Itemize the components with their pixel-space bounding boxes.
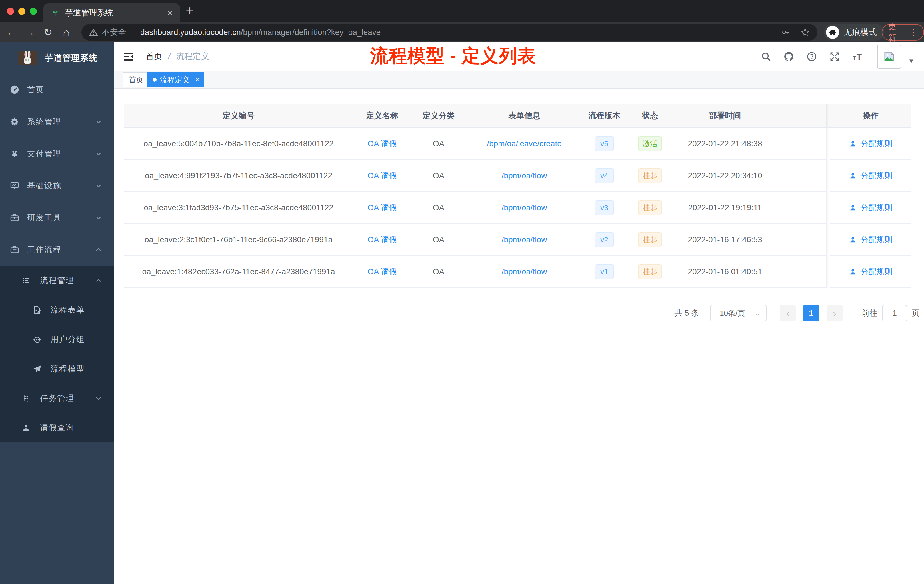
search-icon[interactable] [761,51,771,62]
sidebar-item-process-model[interactable]: 流程模型 [0,354,114,383]
user-icon [849,236,857,244]
tag-home[interactable]: 首页 [123,72,149,87]
goto-page-input[interactable] [882,305,907,322]
sidebar-toggle-icon[interactable] [123,51,134,62]
chevron-up-icon [94,246,103,254]
url-path: /bpm/manager/definition?key=oa_leave [241,28,381,37]
col-header-action: 操作 [830,104,911,128]
tab-close-icon[interactable]: × [167,8,173,17]
form-link[interactable]: /bpm/oa/leave/create [487,139,562,148]
assign-rule-button[interactable]: 分配规则 [849,170,892,181]
font-size-icon[interactable]: T T [852,51,863,62]
browser-tabbar: 芋道管理系统 × + [0,0,924,22]
avatar-caret-icon[interactable]: ▼ [908,58,914,65]
sidebar-item-task-management[interactable]: 任务管理 [0,383,114,413]
prev-page-button[interactable]: ‹ [780,305,796,322]
address-bar[interactable]: 不安全 dashboard.yudao.iocoder.cn/bpm/manag… [81,24,817,41]
assign-rule-label: 分配规则 [860,234,892,245]
page-size-select[interactable]: 10条/页 ⌄ [710,305,767,322]
traffic-close-button[interactable] [7,8,14,15]
active-dot [153,78,157,82]
briefcase-icon [10,245,20,254]
definition-category: OA [411,160,466,192]
bookmark-star-icon[interactable] [800,27,810,37]
sidebar-logo[interactable]: 芋道管理系统 [0,42,114,74]
definition-name-link[interactable]: OA 请假 [368,234,397,245]
definition-name-link[interactable]: OA 请假 [368,202,397,213]
sidebar-item-process-form[interactable]: 流程表单 [0,295,114,325]
traffic-minimize-button[interactable] [18,8,25,15]
user-avatar[interactable] [877,45,901,69]
user-icon [849,268,857,276]
definition-category: OA [411,192,466,224]
next-page-button[interactable]: › [827,305,843,322]
sidebar-item-label: 支付管理 [27,148,61,159]
gear-icon [10,117,20,127]
browser-update-button[interactable]: 更新 ⋮ [882,24,924,41]
form-link[interactable]: /bpm/oa/flow [502,235,547,244]
sidebar-item-label: 系统管理 [27,116,61,127]
deploy-time: 2022-01-22 20:34:10 [674,160,776,192]
deploy-time: 2022-01-22 19:19:11 [674,192,776,224]
help-icon[interactable] [806,51,817,62]
definition-name-link[interactable]: OA 请假 [368,170,397,181]
assign-rule-button[interactable]: 分配规则 [849,138,892,149]
forward-button[interactable]: → [22,22,38,42]
sidebar-item-devtools[interactable]: 研发工具 [0,202,114,234]
table-header-row: 定义编号 定义名称 定义分类 表单信息 流程版本 状态 部署时间 操作 [124,104,911,128]
browser-menu-icon[interactable]: ⋮ [909,28,918,36]
sidebar-item-home[interactable]: 首页 [0,74,114,106]
sidebar-item-workflow[interactable]: 工作流程 [0,234,114,266]
url-host: dashboard.yudao.iocoder.cn [140,28,241,37]
tab-title: 芋道管理系统 [65,7,167,18]
form-link[interactable]: /bpm/oa/flow [502,267,547,276]
sidebar-item-infrastructure[interactable]: 基础设施 [0,170,114,202]
sidebar-item-process-management[interactable]: 流程管理 [0,266,114,295]
yen-icon: ¥ [10,148,20,159]
incognito-icon [828,28,837,37]
security-label: 不安全 [102,27,126,38]
monitor-icon [10,181,20,191]
navbar-actions: T T ▼ [761,42,914,71]
sidebar-item-system[interactable]: 系统管理 [0,106,114,138]
key-icon[interactable] [781,27,790,37]
table-row: oa_leave:5:004b710b-7b8a-11ec-8ef0-acde4… [124,128,911,160]
col-header-name: 定义名称 [353,104,411,128]
breadcrumb-home[interactable]: 首页 [146,51,162,62]
update-label: 更新 [888,21,904,44]
form-link[interactable]: /bpm/oa/flow [502,203,547,212]
goto-label: 前往 [861,308,878,318]
assign-rule-button[interactable]: 分配规则 [849,202,892,213]
browser-tab[interactable]: 芋道管理系统 × [43,3,180,22]
user-icon [849,204,857,212]
page-number-active[interactable]: 1 [803,305,819,322]
chevron-down-icon [94,213,103,222]
page-size-value: 10条/页 [720,308,745,318]
fullscreen-icon[interactable] [829,51,840,62]
form-link[interactable]: /bpm/oa/flow [502,171,547,180]
home-button[interactable]: ⌂ [58,22,74,42]
back-button[interactable]: ← [3,22,20,42]
seedling-favicon-icon [51,8,59,17]
tag-close-icon[interactable]: × [195,76,199,83]
definition-name-link[interactable]: OA 请假 [368,266,397,277]
assign-rule-button[interactable]: 分配规则 [849,266,892,277]
definition-id: oa_leave:2:3c1f0ef1-76b1-11ec-9c66-a2380… [124,224,353,256]
assign-rule-label: 分配规则 [860,170,892,181]
assign-rule-label: 分配规则 [860,138,892,149]
assign-rule-button[interactable]: 分配规则 [849,234,892,245]
broken-image-icon [883,50,896,63]
traffic-zoom-button[interactable] [30,8,37,15]
new-tab-button[interactable]: + [186,4,194,18]
definition-name-link[interactable]: OA 请假 [368,138,397,149]
assign-rule-label: 分配规则 [860,266,892,277]
sidebar-item-leave-query[interactable]: 请假查询 [0,413,114,442]
reload-button[interactable]: ↻ [40,22,56,42]
github-icon[interactable] [784,51,794,62]
chevron-down-icon [94,394,103,403]
tag-process-definition[interactable]: 流程定义 × [147,72,204,87]
incognito-badge: 无痕模式 [824,24,884,41]
sidebar-item-user-group[interactable]: 用户分组 [0,325,114,354]
sidebar-item-payment[interactable]: ¥ 支付管理 [0,138,114,170]
sidebar-item-label: 用户分组 [51,334,85,345]
